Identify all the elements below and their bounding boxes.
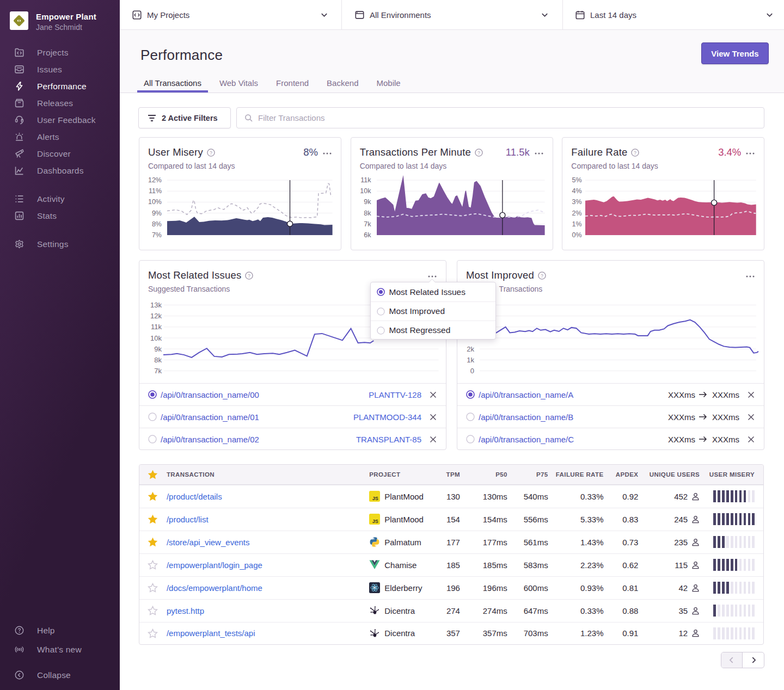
svg-text:8k: 8k	[154, 356, 162, 364]
svg-text:7k: 7k	[154, 367, 162, 375]
svg-text:10k: 10k	[150, 334, 162, 342]
svg-text:11%: 11%	[149, 187, 162, 195]
svg-text:0: 0	[470, 367, 474, 375]
svg-text:JS: JS	[372, 496, 378, 501]
svg-text:JS: JS	[372, 519, 378, 524]
svg-text:9k: 9k	[154, 345, 162, 353]
svg-text:7k: 7k	[364, 220, 371, 228]
svg-text:5%: 5%	[572, 176, 582, 184]
svg-text:7%: 7%	[152, 231, 162, 239]
svg-text:9%: 9%	[152, 210, 162, 217]
svg-text:11k: 11k	[151, 323, 162, 331]
svg-text:1k: 1k	[467, 356, 474, 364]
svg-text:8k: 8k	[364, 210, 371, 217]
svg-text:12k: 12k	[150, 312, 162, 320]
svg-text:2k: 2k	[467, 345, 474, 353]
svg-text:4%: 4%	[572, 187, 582, 195]
svg-text:1%: 1%	[572, 220, 582, 228]
svg-text:12%: 12%	[148, 176, 162, 184]
svg-text:0%: 0%	[572, 231, 582, 239]
svg-text:10%: 10%	[148, 198, 162, 206]
svg-text:6k: 6k	[364, 231, 371, 239]
svg-text:3%: 3%	[572, 198, 582, 206]
svg-text:13k: 13k	[150, 301, 162, 309]
svg-text:11k: 11k	[360, 176, 371, 184]
svg-text:8%: 8%	[152, 220, 162, 228]
svg-text:2%: 2%	[572, 210, 582, 217]
svg-text:10k: 10k	[360, 187, 371, 195]
svg-text:9k: 9k	[364, 198, 371, 206]
